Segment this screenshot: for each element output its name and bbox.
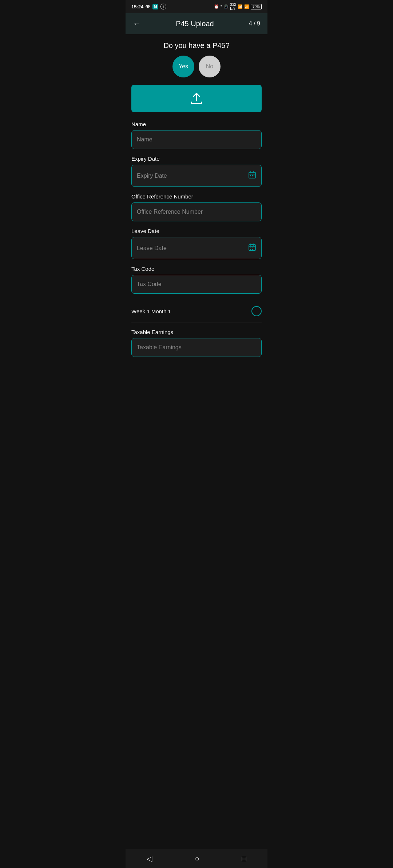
svg-rect-2 [252,175,253,176]
tax-code-field-group: Tax Code [131,266,262,294]
name-input[interactable] [137,136,256,143]
page-title: P45 Upload [141,20,249,28]
office-ref-input-wrapper [131,202,262,221]
eye-icon: 👁 [146,4,150,9]
yes-no-toggle: Yes No [131,56,262,77]
svg-rect-9 [254,248,254,248]
question-text: Do you have a P45? [131,41,262,50]
back-button[interactable]: ← [133,19,141,28]
office-ref-input[interactable] [137,209,256,215]
status-time: 15:24 [131,4,143,9]
expiry-date-input-wrapper[interactable] [131,165,262,187]
bluetooth-icon: * [221,4,222,9]
expiry-date-field-group: Expiry Date [131,156,262,187]
status-bar: 15:24 👁 N i ⏰ * 📳 332B/s 📶 📶 70% [126,0,267,13]
status-left: 15:24 👁 N i [131,4,166,9]
leave-date-input-wrapper[interactable] [131,237,262,259]
wifi-icon: 📶 [238,4,243,9]
name-input-wrapper [131,130,262,149]
upload-icon [190,93,203,104]
taxable-earnings-label: Taxable Earnings [131,329,262,335]
week-month-radio[interactable] [251,306,262,316]
p45-question-section: Do you have a P45? Yes No [131,41,262,77]
status-right: ⏰ * 📳 332B/s 📶 📶 70% [214,3,262,11]
tax-code-input-wrapper [131,275,262,294]
leave-date-field-group: Leave Date [131,228,262,259]
main-content: Do you have a P45? Yes No Name Expiry Da… [126,34,267,393]
leave-date-label: Leave Date [131,228,262,234]
alarm-icon: ⏰ [214,4,219,9]
tax-code-label: Tax Code [131,266,262,272]
vibrate-icon: 📳 [223,4,229,9]
week-month-toggle-row: Week 1 Month 1 [131,300,262,322]
svg-rect-1 [250,175,251,176]
week-month-label: Week 1 Month 1 [131,308,171,314]
name-field-group: Name [131,121,262,149]
expiry-date-input[interactable] [137,173,248,179]
svg-rect-10 [250,249,251,250]
expiry-date-calendar-icon [248,171,256,181]
taxable-earnings-field-group: Taxable Earnings [131,329,262,357]
progress-indicator: 4 / 9 [249,20,260,27]
leave-date-input[interactable] [137,245,248,252]
battery-icon: 70% [251,4,262,9]
taxable-earnings-input-wrapper [131,338,262,357]
tax-code-input[interactable] [137,281,256,288]
header: ← P45 Upload 4 / 9 [126,13,267,34]
svg-rect-3 [254,175,254,176]
leave-date-calendar-icon [248,243,256,253]
upload-button[interactable] [131,85,262,112]
name-label: Name [131,121,262,127]
svg-rect-5 [252,177,253,177]
signal-icon: 📶 [244,4,249,9]
office-ref-field-group: Office Reference Number [131,193,262,221]
info-icon: i [160,4,166,9]
data-speed: 332B/s [230,3,236,11]
expiry-date-label: Expiry Date [131,156,262,162]
svg-rect-7 [250,248,251,248]
yes-button[interactable]: Yes [172,56,194,77]
taxable-earnings-input[interactable] [137,344,256,351]
svg-rect-4 [250,177,251,177]
svg-rect-11 [252,249,253,250]
n-icon: N [152,4,158,9]
no-button[interactable]: No [199,56,221,77]
office-ref-label: Office Reference Number [131,193,262,200]
svg-rect-8 [252,248,253,248]
